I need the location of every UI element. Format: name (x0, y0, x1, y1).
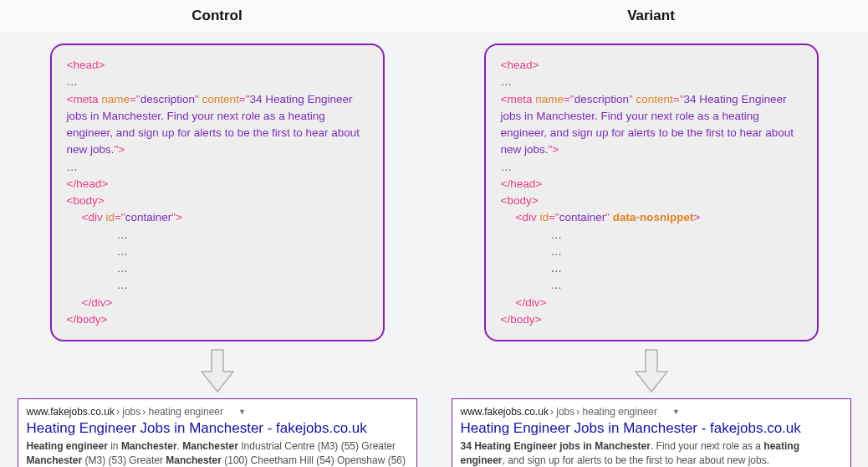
header-variant: Variant (434, 8, 868, 24)
data-nosnippet-highlight: data-nosnippet (613, 211, 694, 223)
serp-url: www.fakejobs.co.uk › jobs › heating engi… (461, 406, 842, 418)
serp-url: www.fakejobs.co.uk › jobs › heating engi… (27, 406, 408, 418)
serp-title: Heating Engineer Jobs in Manchester - fa… (461, 419, 842, 438)
columns: <head> … <meta name="description" conten… (0, 32, 868, 467)
serp-description: 34 Heating Engineer jobs in Manchester. … (461, 439, 842, 467)
caret-down-icon: ▼ (672, 408, 680, 416)
variant-code-box: <head> … <meta name="description" conten… (484, 44, 819, 341)
control-code-box: <head> … <meta name="description" conten… (50, 44, 385, 341)
arrow-icon (200, 348, 235, 393)
serp-title: Heating Engineer Jobs in Manchester - fa… (27, 419, 408, 438)
serp-description: Heating engineer in Manchester. Manchest… (27, 439, 408, 467)
arrow-icon (634, 348, 669, 393)
caret-down-icon: ▼ (238, 408, 246, 416)
variant-column: <head> … <meta name="description" conten… (451, 44, 851, 467)
header-row: Control Variant (0, 0, 868, 32)
control-column: <head> … <meta name="description" conten… (17, 44, 417, 467)
variant-serp-card: www.fakejobs.co.uk › jobs › heating engi… (452, 398, 851, 467)
header-control: Control (0, 8, 434, 24)
control-serp-card: www.fakejobs.co.uk › jobs › heating engi… (18, 398, 417, 467)
